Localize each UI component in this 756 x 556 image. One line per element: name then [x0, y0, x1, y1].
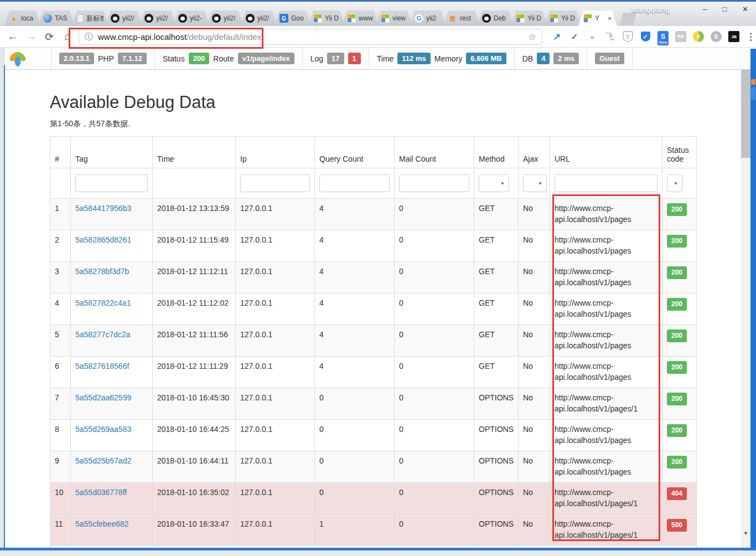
filter-ip-input[interactable] — [240, 174, 310, 192]
vertical-scrollbar[interactable]: ▼ — [741, 69, 750, 548]
cell-tag: 5a55d2aa62599 — [71, 388, 153, 420]
browser-menu-icon[interactable]: ⋮ — [746, 31, 755, 43]
new-tab-button[interactable] — [620, 13, 636, 25]
scrollbar-down-arrow-icon[interactable]: ▼ — [741, 529, 750, 538]
tag-link[interactable]: 5a582865d8261 — [75, 235, 131, 244]
hanzi-extension-icon[interactable]: 飞 — [603, 29, 617, 44]
cell-status: 200 — [662, 230, 697, 262]
tab-close-icon[interactable]: ✕ — [608, 16, 612, 22]
tag-link[interactable]: 5a5827618566f — [75, 362, 129, 370]
tag-link[interactable]: 5a55d25b57ad2 — [75, 456, 131, 465]
db-time-badge: 2 ms — [553, 53, 579, 64]
tag-link[interactable]: 5a55cfebee682 — [75, 519, 129, 528]
column-header-tag[interactable]: Tag — [71, 137, 153, 168]
browser-tab[interactable]: GGoo — [275, 11, 311, 26]
cell-status: 200 — [662, 325, 697, 357]
column-header-query-count[interactable]: Query Count — [315, 137, 395, 168]
page-info-icon[interactable]: ⓘ — [85, 32, 93, 42]
cell-ajax: No — [519, 262, 550, 294]
jetbrains-extension-icon[interactable]: JB — [727, 29, 741, 44]
cell-method: GET — [474, 357, 519, 388]
browser-tab[interactable]: TAS — [38, 11, 75, 26]
browser-tab[interactable]: 新标签页 — [72, 11, 108, 26]
s-extension-icon[interactable]: S — [710, 29, 723, 44]
tag-link[interactable]: 5a584417956b3 — [75, 204, 131, 213]
browser-tab[interactable]: yii2- — [173, 11, 210, 26]
tag-link[interactable]: 5a55d2aa62599 — [75, 393, 131, 402]
minimize-button[interactable]: – — [703, 5, 707, 13]
column-header-mail-count[interactable]: Mail Count — [395, 137, 474, 168]
grid-favicon-icon — [313, 14, 322, 23]
debug-log-block[interactable]: Log 17 1 — [303, 48, 369, 69]
cell-time: 2018-01-10 16:45:30 — [153, 388, 236, 420]
tag-link[interactable]: 5a55d036778ff — [75, 488, 127, 497]
debug-user-block[interactable]: Guest — [587, 48, 633, 69]
yii-logo-block[interactable] — [0, 48, 51, 69]
address-bar[interactable]: ⓘ www.cmcp-api.localhost /debug/default/… — [79, 29, 542, 45]
filter-mail-count-input[interactable] — [399, 174, 469, 192]
reload-button[interactable]: ⟳ — [42, 30, 56, 43]
back-button[interactable]: ← — [6, 30, 20, 43]
browser-tab[interactable]: ≣rest — [443, 11, 480, 26]
tab-title: Yii D — [527, 14, 542, 22]
tag-link[interactable]: 5a5827822c4a1 — [75, 298, 131, 307]
cell-ajax: No — [519, 325, 550, 357]
browser-tab[interactable]: Gyii2 — [410, 11, 446, 26]
rp-extension-icon[interactable]: RP — [674, 29, 687, 44]
background-window-right-edge — [750, 49, 756, 556]
debug-db-block[interactable]: DB 4 2 ms — [515, 48, 587, 69]
browser-tab[interactable]: ▲loca — [4, 11, 41, 26]
cell-num: 1 — [50, 199, 71, 230]
disabled-extension-icon[interactable]: ● — [586, 29, 599, 44]
sogou-extension-icon[interactable]: SNew — [656, 29, 670, 44]
360-extension-icon[interactable]: + — [692, 29, 705, 44]
filter-url-input[interactable] — [555, 174, 657, 192]
browser-tab[interactable]: Yii D — [308, 11, 345, 26]
filter-tag-input[interactable] — [75, 174, 148, 192]
maximize-button[interactable]: □ — [722, 5, 727, 13]
browser-tab[interactable]: Deb — [477, 11, 514, 26]
browser-tab[interactable]: yii2/ — [241, 11, 277, 26]
security-shield-extension-icon[interactable]: ✓ — [639, 29, 652, 44]
tag-link[interactable]: 5a58278bf3d7b — [75, 267, 129, 276]
route-label: Route — [213, 54, 234, 63]
php-version-badge: 7.1.12 — [118, 53, 147, 64]
filter-query-count-input[interactable] — [319, 174, 390, 192]
debug-request-block[interactable]: Status 200 Route v1/page/index — [155, 48, 303, 69]
filter-ajax-select[interactable]: ▼ — [523, 174, 547, 192]
db-count-badge: 4 — [537, 53, 550, 64]
column-header-ip[interactable]: Ip — [236, 137, 315, 168]
debug-profiling-block[interactable]: Time 112 ms Memory 6.606 MB — [369, 48, 515, 69]
column-header-method[interactable]: Method — [474, 137, 519, 168]
filter-method-select[interactable]: ▼ — [479, 174, 509, 192]
tag-link[interactable]: 5a58277c7dc2a — [75, 330, 131, 339]
browser-tab[interactable]: www — [342, 11, 379, 26]
browser-tab[interactable]: view — [376, 11, 412, 26]
table-row: 105a55d036778ff2018-01-10 16:35:02127.0.… — [50, 483, 697, 514]
check-extension-icon[interactable]: ✓ — [568, 29, 581, 44]
filter-status-code-select[interactable]: ▼ — [667, 174, 682, 192]
active-tab[interactable]: Y✕ — [578, 11, 617, 26]
filter-cell-query-count — [315, 168, 395, 199]
browser-tab[interactable]: yii2/ — [106, 11, 142, 26]
close-button[interactable]: ✕ — [742, 5, 748, 13]
browser-tab[interactable]: Yii D — [545, 11, 581, 26]
bookmark-star-icon[interactable]: ☆ — [529, 32, 536, 42]
home-button[interactable]: ⌂ — [60, 30, 75, 43]
browser-tab[interactable]: yii2/ — [139, 11, 176, 26]
cell-ip: 127.0.0.1 — [236, 483, 315, 514]
column-header-status-code[interactable]: Status code — [662, 137, 697, 168]
debug-config-block[interactable]: 2.0.13.1 PHP 7.1.12 — [51, 48, 155, 69]
tab-title: yii2 — [426, 14, 441, 22]
scrollbar-thumb[interactable] — [741, 69, 750, 158]
alipay-shield-extension-icon[interactable]: 支 — [621, 29, 634, 44]
tag-link[interactable]: 5a55d269aa583 — [75, 425, 131, 434]
stats-extension-icon[interactable]: ↗ — [550, 29, 563, 44]
column-header-time[interactable]: Time — [153, 137, 236, 168]
browser-tab[interactable]: yii2/ — [207, 11, 244, 26]
grid-favicon-icon — [347, 14, 356, 23]
browser-navbar: ← → ⟳ ⌂ ⓘ www.cmcp-api.localhost /debug/… — [0, 26, 756, 48]
table-row: 85a55d269aa5832018-01-10 16:44:25127.0.0… — [50, 420, 697, 451]
browser-tab[interactable]: Yii D — [511, 11, 547, 26]
grid-favicon-icon — [381, 14, 390, 23]
